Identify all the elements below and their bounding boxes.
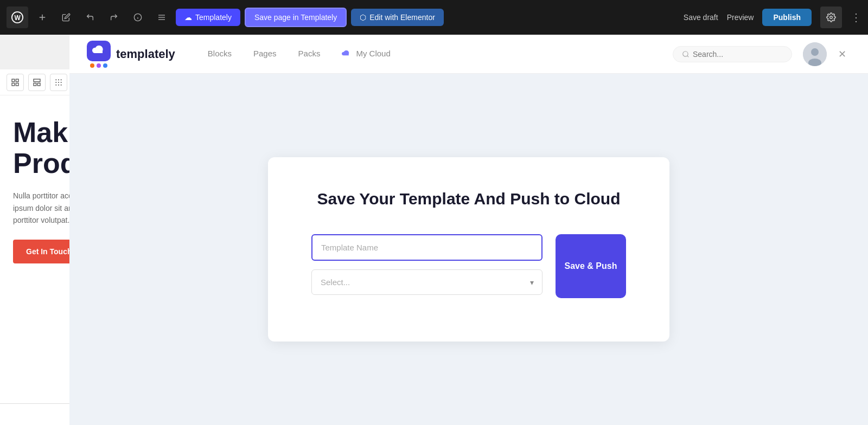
save-page-button[interactable]: Save page in Templately	[245, 8, 347, 27]
publish-button[interactable]: Publish	[762, 9, 812, 26]
modal-close-button[interactable]: ✕	[833, 46, 851, 63]
elementor-icon: ⬡	[360, 13, 366, 22]
svg-point-10	[830, 16, 833, 19]
nav-mycloud[interactable]: My Cloud	[342, 47, 390, 61]
settings-button[interactable]	[820, 7, 842, 28]
svg-rect-16	[34, 83, 36, 86]
save-template-title: Save Your Template And Push to Cloud	[311, 190, 626, 208]
templately-button[interactable]: ☁ Templately	[176, 9, 240, 26]
svg-point-18	[55, 79, 56, 80]
svg-point-26	[61, 84, 62, 85]
template-select[interactable]: Select...	[311, 269, 542, 295]
nav-packs[interactable]: Packs	[298, 47, 321, 61]
preview-button[interactable]: Preview	[727, 13, 754, 22]
logo-text: templately	[116, 47, 175, 61]
svg-point-23	[61, 82, 62, 83]
svg-rect-17	[37, 83, 40, 86]
save-form-row: Select... ▾ Save & Push	[311, 234, 626, 298]
modal-nav: Blocks Pages Packs My Cloud	[208, 47, 673, 61]
svg-point-21	[55, 82, 56, 83]
save-page-label: Save page in Templately	[254, 13, 337, 22]
templately-label: Templately	[195, 13, 232, 22]
save-inputs: Select... ▾	[311, 234, 542, 295]
pen-button[interactable]	[56, 8, 76, 27]
undo-button[interactable]	[80, 8, 100, 27]
svg-point-19	[58, 79, 59, 80]
modal-body: Save Your Template And Push to Cloud Sel…	[69, 74, 868, 425]
elementor-button[interactable]: ⬡ Edit with Elementor	[351, 9, 444, 26]
user-avatar	[803, 42, 827, 66]
svg-text:W: W	[14, 14, 21, 22]
search-input[interactable]	[693, 50, 783, 59]
svg-point-25	[58, 84, 59, 85]
svg-point-22	[58, 82, 59, 83]
nav-pages[interactable]: Pages	[253, 47, 277, 61]
wp-logo-icon: W	[7, 7, 28, 28]
svg-point-24	[55, 84, 56, 85]
dots-grid-icon[interactable]	[50, 74, 67, 91]
svg-rect-15	[34, 79, 40, 82]
save-template-card: Save Your Template And Push to Cloud Sel…	[268, 157, 669, 342]
svg-point-20	[61, 79, 62, 80]
svg-rect-13	[12, 83, 15, 86]
svg-rect-14	[16, 83, 18, 86]
menu-button[interactable]	[152, 8, 171, 27]
info-button[interactable]	[128, 8, 148, 27]
elementor-label: Edit with Elementor	[369, 13, 435, 22]
templately-modal: templately Blocks Pages Packs My Cloud	[69, 35, 868, 425]
grid-icon-1[interactable]	[7, 74, 24, 91]
svg-rect-11	[12, 79, 15, 82]
save-push-button[interactable]: Save & Push	[556, 234, 626, 298]
templately-logo: templately	[87, 41, 175, 68]
save-draft-button[interactable]: Save draft	[684, 13, 718, 22]
templately-icon: ☁	[184, 13, 192, 22]
template-name-input[interactable]	[311, 234, 542, 261]
svg-line-28	[687, 55, 689, 57]
modal-header: templately Blocks Pages Packs My Cloud	[69, 35, 868, 74]
admin-bar: W ☁ Templately Save page in Templately ⬡…	[0, 0, 868, 35]
grid-icon-2[interactable]	[28, 74, 46, 91]
redo-button[interactable]	[104, 8, 124, 27]
template-select-wrapper: Select... ▾	[311, 269, 542, 295]
nav-blocks[interactable]: Blocks	[208, 47, 232, 61]
svg-rect-12	[16, 79, 18, 82]
search-container	[673, 46, 792, 62]
admin-bar-right: Save draft Preview Publish ⋮	[684, 7, 861, 28]
add-button[interactable]	[33, 8, 52, 27]
more-options-button[interactable]: ⋮	[851, 11, 861, 24]
svg-point-30	[811, 48, 819, 56]
svg-point-27	[683, 51, 688, 56]
